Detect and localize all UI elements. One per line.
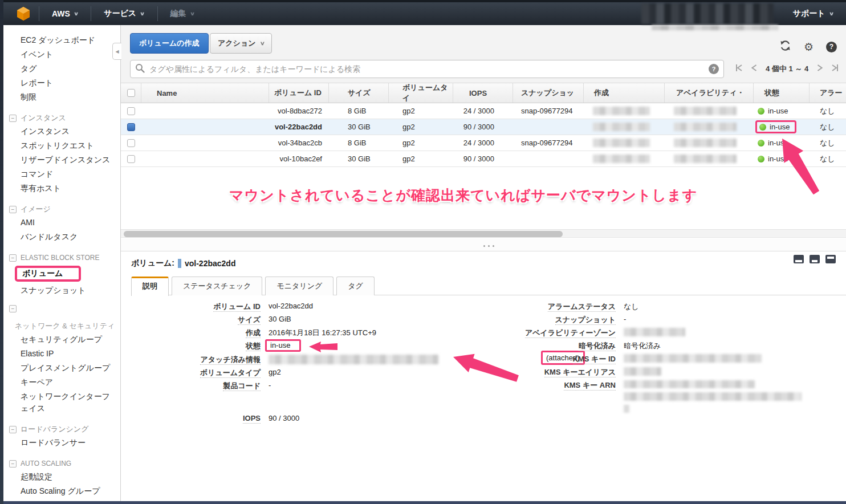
nav-menu-aws-label: AWS [52,9,70,18]
collapse-minus-icon[interactable]: − [9,115,17,122]
column-header-iops[interactable]: IOPS [453,83,513,103]
refresh-icon[interactable] [779,40,791,54]
column-header-size[interactable]: サイズ [329,83,389,103]
sidebar-item-ec2-dashboard[interactable]: EC2 ダッシュボード [21,33,120,47]
sidebar-collapse-handle[interactable]: ◀ [112,43,121,60]
row-checkbox[interactable] [127,139,135,147]
tab-monitoring[interactable]: モニタリング [265,277,333,295]
aws-cube-icon[interactable] [16,6,31,21]
next-page-icon[interactable] [817,64,823,74]
cell-created-redacted [593,107,650,115]
cell-type: gp2 [389,103,453,119]
sidebar-item-dedicated-hosts[interactable]: 専有ホスト [21,181,120,196]
sidebar-section-ebs[interactable]: − ELASTIC BLOCK STORE [9,251,120,264]
sidebar-item-elastic-ip[interactable]: Elastic IP [21,347,120,361]
cell-created-redacted [593,155,650,163]
sidebar-item-placement-groups[interactable]: プレイスメントグループ [21,361,120,375]
field-encrypted: 暗号化済み 暗号化済み [502,341,846,351]
help-icon[interactable]: ? [826,42,837,52]
sidebar-item-ami[interactable]: AMI [21,216,120,230]
sidebar-item-key-pairs[interactable]: キーペア [21,375,120,389]
sidebar-item-instances[interactable]: インスタンス [21,124,120,139]
sidebar-section-auto-scaling[interactable]: − AUTO SCALING [9,457,120,470]
tab-description[interactable]: 説明 [131,277,169,296]
chevron-down-icon: ∨ [73,11,79,17]
column-header-snapshot[interactable]: スナップショッ [513,83,584,103]
table-row-vol-34bac2cb[interactable]: vol-34bac2cb 8 GiB gp2 24 / 3000 snap-09… [121,135,846,151]
top-navigation-bar: AWS ∨ サービス ∨ 編集 ∨ サポート ∨ [3,0,846,25]
cell-alarm: なし [810,135,846,151]
filter-search-bar: ? [130,60,724,78]
search-help-icon[interactable]: ? [709,64,719,74]
nav-menu-edit[interactable]: 編集 ∨ [158,9,207,19]
sidebar-item-events[interactable]: イベント [21,47,120,62]
nav-menu-support[interactable]: サポート ∨ [780,9,846,19]
splitter-drag-handle[interactable] [483,245,494,247]
collapse-minus-icon[interactable]: − [9,305,17,312]
column-header-availability-zone[interactable]: アベイラビリティ・ [665,83,754,103]
pink-arrow-state [308,341,339,353]
sidebar-section-load-balancing[interactable]: − ロードバランシング [9,423,120,436]
row-checkbox[interactable] [127,107,135,115]
row-checkbox-checked[interactable] [127,123,135,131]
column-header-volume-id[interactable]: ボリューム ID [269,83,329,103]
scrollbar-thumb[interactable] [124,231,563,237]
row-checkbox[interactable] [127,155,135,163]
nav-menu-aws[interactable]: AWS ∨ [39,9,91,18]
prev-page-icon[interactable] [751,64,757,74]
cell-volume-id: vol-10bac2ef [269,151,329,166]
column-header-name[interactable]: Name [141,83,269,103]
sidebar-item-load-balancers[interactable]: ロードバランサー [21,436,120,450]
collapse-minus-icon[interactable]: − [9,460,17,468]
kms-key-arn-redacted [624,392,802,401]
sidebar-item-spot-requests[interactable]: スポットリクエスト [21,139,120,153]
layout-bottom-pane-icon[interactable] [794,255,804,263]
search-input[interactable] [149,64,709,74]
sidebar-item-reserved-instances[interactable]: リザーブドインスタンス [21,153,120,167]
gear-icon[interactable]: ⚙ [804,42,814,52]
create-volume-button[interactable]: ボリュームの作成 [130,33,209,54]
actions-button[interactable]: アクション ∨ [210,33,272,54]
sidebar-item-tags[interactable]: タグ [21,62,120,76]
details-fields-right: アラームステータス なし スナップショット - アベイラビリティーゾーン 暗号化… [502,302,846,420]
nav-menu-services[interactable]: サービス ∨ [91,9,157,19]
sidebar-item-auto-scaling-groups[interactable]: Auto Scaling グループ [21,484,120,498]
sidebar-item-snapshots[interactable]: スナップショット [21,283,120,298]
column-header-state[interactable]: 状態 [754,83,810,103]
select-all-checkbox[interactable] [121,83,141,103]
table-row-vol-22bac2dd-selected[interactable]: vol-22bac2dd 30 GiB gp2 90 / 3000 in-use… [121,119,846,135]
attach-info-redacted [269,355,438,364]
field-alarm-status: アラームステータス なし [502,302,846,312]
sidebar-item-volumes-highlighted[interactable]: ボリューム [15,266,81,282]
column-header-alarm[interactable]: アラー [810,83,846,103]
nav-menu-support-label: サポート [793,9,825,19]
table-row-vol-10bac2ef[interactable]: vol-10bac2ef 30 GiB gp2 90 / 3000 in-use… [121,151,846,167]
sidebar-item-limits[interactable]: 制限 [21,90,120,104]
panel-splitter [121,238,846,251]
tab-tags[interactable]: タグ [336,277,375,295]
collapse-minus-icon[interactable]: − [9,254,17,262]
column-header-volume-type[interactable]: ボリュームタイ [389,83,453,103]
sidebar-section-collapsed[interactable]: − [9,305,120,312]
first-page-icon[interactable] [735,64,743,74]
sidebar-item-security-groups[interactable]: セキュリティグループ [21,332,120,347]
table-row-vol-8dbac272[interactable]: vol-8dbac272 8 GiB gp2 24 / 3000 snap-09… [121,103,846,119]
sidebar-section-images[interactable]: − イメージ [9,203,120,216]
field-product-code: 製品コード - [131,381,502,391]
layout-top-pane-icon[interactable] [825,255,836,263]
collapse-minus-icon[interactable]: − [9,206,17,213]
last-page-icon[interactable] [831,64,839,74]
layout-split-pane-icon[interactable] [810,255,820,263]
column-header-created[interactable]: 作成 [584,83,665,103]
sidebar-item-commands[interactable]: コマンド [21,167,120,181]
sidebar-section-instances[interactable]: − インスタンス [9,112,120,124]
details-tabs: 説明 ステータスチェック モニタリング タグ [131,277,846,295]
sidebar-item-launch-configurations[interactable]: 起動設定 [21,470,120,484]
collapse-minus-icon[interactable]: − [9,426,17,433]
tab-status-checks[interactable]: ステータスチェック [172,277,262,295]
sidebar-item-bundle-tasks[interactable]: バンドルタスク [21,230,120,244]
chevron-down-icon: ∨ [189,11,195,17]
sidebar-item-reports[interactable]: レポート [21,76,120,90]
sidebar-item-network-interfaces[interactable]: ネットワークインターフェイス [21,389,112,416]
field-kms-key-alias: KMS キーエイリアス [502,367,846,377]
